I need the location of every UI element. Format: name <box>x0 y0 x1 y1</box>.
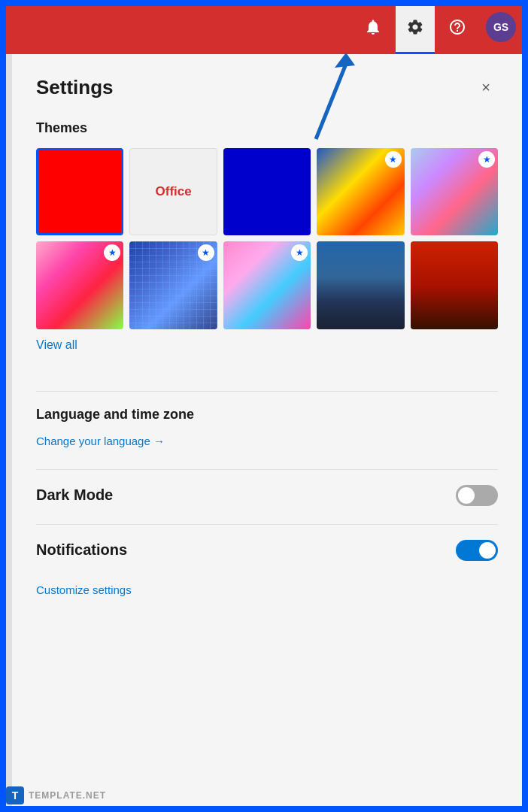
themes-grid: Office ★ ★ ★ <box>36 148 498 329</box>
settings-content: Settings × Themes Office <box>12 54 522 806</box>
theme-tile-office[interactable]: Office <box>129 148 217 235</box>
customize-settings-link[interactable]: Customize settings <box>36 583 132 596</box>
gear-icon[interactable] <box>396 0 435 54</box>
language-label: Language and time zone <box>36 407 498 423</box>
sidebar-line <box>6 54 12 806</box>
theme-tile-colorful5[interactable]: ★ <box>223 241 311 329</box>
view-all-link[interactable]: View all <box>36 338 77 352</box>
star-badge-5: ★ <box>291 244 308 261</box>
watermark-icon: T <box>6 786 24 804</box>
theme-tile-colorful3[interactable]: ★ <box>36 241 123 329</box>
notifications-toggle[interactable] <box>456 540 498 561</box>
theme-tile-red[interactable] <box>36 148 123 235</box>
bell-icon[interactable] <box>354 0 393 54</box>
settings-header: Settings × <box>36 75 498 99</box>
theme-tile-dark-blue[interactable] <box>223 148 311 235</box>
star-badge-3: ★ <box>104 244 120 261</box>
dark-mode-knob <box>458 487 475 504</box>
notifications-section: Notifications Customize settings <box>36 540 498 597</box>
watermark: T TEMPLATE.NET <box>6 786 106 804</box>
divider-3 <box>36 524 498 525</box>
notifications-label: Notifications <box>36 541 127 559</box>
settings-title: Settings <box>36 76 114 99</box>
dark-mode-toggle[interactable] <box>456 485 498 506</box>
main-panel: Settings × Themes Office <box>6 54 522 806</box>
star-badge-1: ★ <box>385 151 402 168</box>
theme-tile-colorful1[interactable]: ★ <box>317 148 404 235</box>
dark-mode-label: Dark Mode <box>36 486 113 504</box>
language-section: Language and time zone Change your langu… <box>36 407 498 448</box>
close-button[interactable]: × <box>474 75 498 99</box>
header-bar: GS <box>0 0 528 54</box>
user-avatar[interactable]: GS <box>486 12 516 42</box>
themes-section: Themes Office ★ <box>36 120 498 376</box>
divider-1 <box>36 391 498 392</box>
theme-tile-sunset[interactable] <box>411 241 498 329</box>
theme-tile-colorful2[interactable]: ★ <box>411 148 498 235</box>
watermark-text: TEMPLATE.NET <box>29 790 106 801</box>
themes-label: Themes <box>36 120 498 136</box>
notifications-row: Notifications <box>36 540 498 561</box>
divider-2 <box>36 469 498 470</box>
help-icon[interactable] <box>438 0 477 54</box>
theme-tile-colorful4[interactable]: ★ <box>129 241 217 329</box>
notifications-knob <box>479 542 496 559</box>
theme-tile-mountain[interactable] <box>317 241 404 329</box>
star-badge-2: ★ <box>478 151 495 168</box>
dark-mode-row: Dark Mode <box>36 485 498 506</box>
change-language-link[interactable]: Change your language → <box>36 435 165 447</box>
